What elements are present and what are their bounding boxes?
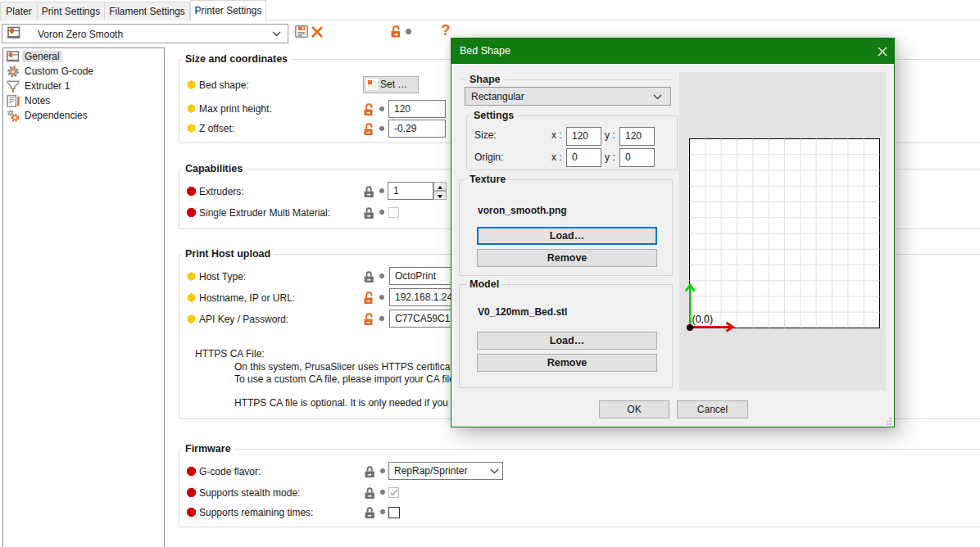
svg-text:(0,0): (0,0)	[692, 314, 714, 325]
